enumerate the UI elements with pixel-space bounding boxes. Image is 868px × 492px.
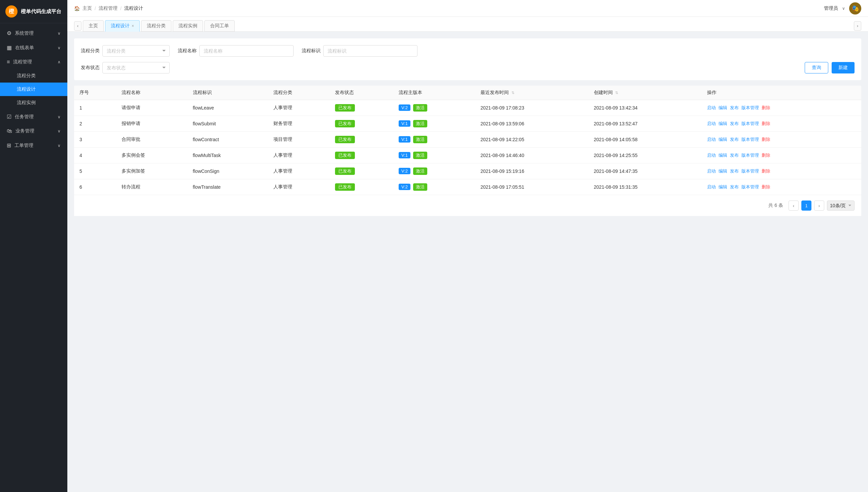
action-发布[interactable]: 发布	[730, 137, 739, 142]
tab-flow-design[interactable]: 流程设计 ×	[105, 20, 140, 32]
tab-flow-category[interactable]: 流程分类	[141, 20, 172, 32]
action-删除[interactable]: 删除	[762, 153, 770, 158]
action-版本管理[interactable]: 版本管理	[741, 153, 759, 158]
col-create-time[interactable]: 创建时间 ⇅	[588, 85, 702, 100]
tab-flow-instance[interactable]: 流程实例	[173, 20, 203, 32]
version-badge: V:2	[399, 168, 411, 174]
filter-row-1: 流程分类 流程分类 流程名称 流程标识	[81, 45, 854, 57]
cell-create-time: 2021-08-09 13:52:47	[588, 116, 702, 132]
action-编辑[interactable]: 编辑	[718, 105, 727, 110]
sidebar-item-online-form[interactable]: ▦ 在线表单 ∨	[0, 41, 67, 55]
filter-row-2: 发布状态 发布状态 查询 新建	[81, 62, 854, 73]
breadcrumb-sep1: /	[95, 6, 96, 11]
pagination-per-page-select[interactable]: 10条/页 20条/页 50条/页	[827, 200, 854, 211]
action-删除[interactable]: 删除	[762, 184, 770, 189]
action-版本管理[interactable]: 版本管理	[741, 121, 759, 126]
pagination-page-1[interactable]: 1	[801, 200, 811, 211]
sidebar-group-label: 系统管理	[15, 30, 34, 36]
tab-contract-workorder[interactable]: 合同工单	[204, 20, 235, 32]
cell-version: V:2 激活	[393, 100, 475, 116]
pagination-prev-btn[interactable]: ‹	[789, 200, 799, 211]
tabs-next-btn[interactable]: ›	[854, 21, 861, 31]
cell-create-time: 2021-08-09 14:47:35	[588, 164, 702, 179]
cell-version: V:2 激活	[393, 164, 475, 179]
action-发布[interactable]: 发布	[730, 105, 739, 110]
cell-version: V:1 激活	[393, 148, 475, 164]
cell-status: 已发布	[330, 164, 393, 179]
action-启动[interactable]: 启动	[707, 169, 716, 174]
filter-name-input[interactable]	[199, 45, 294, 57]
cell-actions: 启动编辑发布版本管理删除	[702, 100, 861, 116]
filter-category: 流程分类 流程分类	[81, 45, 170, 57]
filter-mark-input[interactable]	[323, 45, 418, 57]
filter-status: 发布状态 发布状态	[81, 62, 170, 73]
tabs-prev-btn[interactable]: ‹	[74, 21, 81, 31]
tab-flow-category-label: 流程分类	[147, 23, 166, 29]
action-编辑[interactable]: 编辑	[718, 184, 727, 189]
action-删除[interactable]: 删除	[762, 169, 770, 174]
filter-name-label: 流程名称	[178, 48, 196, 54]
action-发布[interactable]: 发布	[730, 184, 739, 189]
action-启动[interactable]: 启动	[707, 153, 716, 158]
sidebar-item-task-mgmt[interactable]: ☑ 任务管理 ∨	[0, 109, 67, 124]
sidebar-item-biz-mgmt[interactable]: 🛍 业务管理 ∨	[0, 124, 67, 138]
action-删除[interactable]: 删除	[762, 105, 770, 110]
action-删除[interactable]: 删除	[762, 137, 770, 142]
action-编辑[interactable]: 编辑	[718, 153, 727, 158]
active-badge: 激活	[413, 120, 427, 127]
cell-index: 4	[74, 148, 116, 164]
action-版本管理[interactable]: 版本管理	[741, 137, 759, 142]
action-版本管理[interactable]: 版本管理	[741, 169, 759, 174]
cell-version: V:2 激活	[393, 179, 475, 195]
action-发布[interactable]: 发布	[730, 121, 739, 126]
sidebar-item-flow-mgmt[interactable]: ≡ 流程管理 ∧	[0, 55, 67, 69]
col-publish-time[interactable]: 最近发布时间 ⇅	[475, 85, 588, 100]
pagination-next-btn[interactable]: ›	[814, 200, 824, 211]
action-编辑[interactable]: 编辑	[718, 137, 727, 142]
action-版本管理[interactable]: 版本管理	[741, 184, 759, 189]
action-启动[interactable]: 启动	[707, 184, 716, 189]
table-row: 6 转办流程 flowTranslate 人事管理 已发布 V:2 激活 202…	[74, 179, 861, 195]
filter-category-select[interactable]: 流程分类	[102, 45, 170, 57]
version-badge: V:1	[399, 152, 411, 158]
cell-version: V:1 激活	[393, 116, 475, 132]
chevron-down-icon: ∨	[58, 115, 61, 119]
action-编辑[interactable]: 编辑	[718, 121, 727, 126]
filter-status-select[interactable]: 发布状态	[102, 62, 170, 73]
filter-name: 流程名称	[178, 45, 294, 57]
tab-home[interactable]: 主页	[83, 20, 104, 32]
version-badge: V:1	[399, 120, 411, 127]
sidebar-item-flow-design[interactable]: 流程设计	[0, 82, 67, 96]
tab-close-icon[interactable]: ×	[132, 24, 134, 28]
action-编辑[interactable]: 编辑	[718, 169, 727, 174]
logo-text: 橙单代码生成平台	[21, 8, 61, 15]
cell-publish-time: 2021-08-09 14:46:40	[475, 148, 588, 164]
chevron-down-icon: ∨	[58, 143, 61, 148]
sidebar-item-flow-instance[interactable]: 流程实例	[0, 96, 67, 109]
cell-mark: flowSubmit	[187, 116, 268, 132]
action-启动[interactable]: 启动	[707, 137, 716, 142]
logo-icon: 橙	[5, 5, 18, 18]
breadcrumb-home[interactable]: 主页	[82, 5, 92, 11]
action-版本管理[interactable]: 版本管理	[741, 105, 759, 110]
action-启动[interactable]: 启动	[707, 105, 716, 110]
new-button[interactable]: 新建	[832, 62, 854, 73]
main-area: 🏠 主页 / 流程管理 / 流程设计 管理员 ∨ 🎭 ‹ 主页 流程设计 × 流…	[67, 0, 868, 492]
col-mark: 流程标识	[187, 85, 268, 100]
cell-actions: 启动编辑发布版本管理删除	[702, 179, 861, 195]
action-发布[interactable]: 发布	[730, 169, 739, 174]
sidebar-item-flow-category[interactable]: 流程分类	[0, 69, 67, 82]
query-button[interactable]: 查询	[805, 62, 828, 73]
sidebar-item-system[interactable]: ⚙ 系统管理 ∨	[0, 26, 67, 41]
cell-name: 报销申请	[116, 116, 187, 132]
action-启动[interactable]: 启动	[707, 121, 716, 126]
action-删除[interactable]: 删除	[762, 121, 770, 126]
action-发布[interactable]: 发布	[730, 153, 739, 158]
breadcrumb-flow-mgmt[interactable]: 流程管理	[99, 5, 117, 11]
filter-status-label: 发布状态	[81, 65, 100, 71]
sidebar-item-workorder-mgmt[interactable]: ⊞ 工单管理 ∨	[0, 138, 67, 153]
col-category: 流程分类	[268, 85, 330, 100]
col-name: 流程名称	[116, 85, 187, 100]
cell-mark: flowTranslate	[187, 179, 268, 195]
sidebar-group-flow-mgmt: ≡ 流程管理 ∧ 流程分类 流程设计 流程实例	[0, 55, 67, 109]
